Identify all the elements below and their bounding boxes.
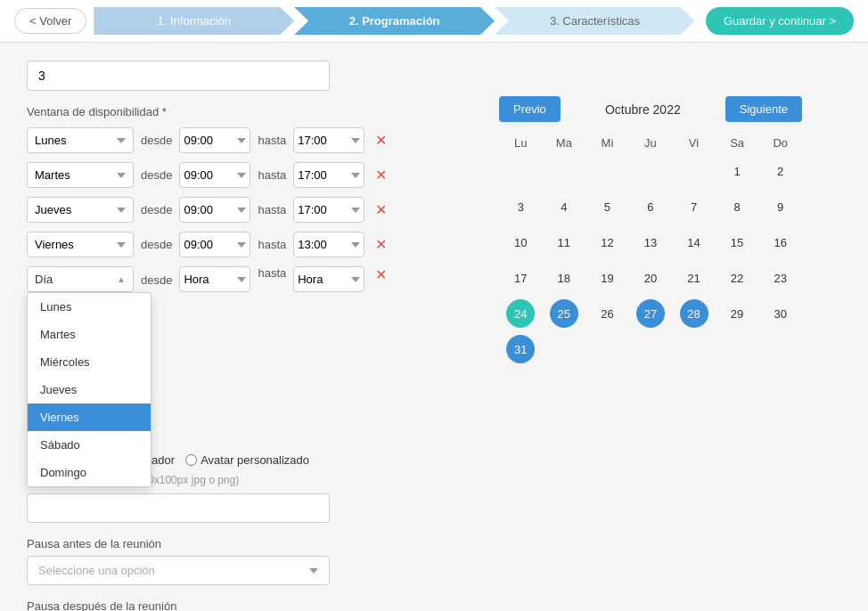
calendar-day[interactable]: 16: [758, 224, 802, 260]
remove-row-2[interactable]: ✕: [372, 167, 390, 184]
day-select-5-display[interactable]: Día ▲: [27, 266, 134, 292]
calendar-day: [629, 153, 673, 189]
calendar-day: [758, 331, 802, 367]
from-time-2[interactable]: 09:00: [179, 162, 250, 188]
calendar-day: [543, 153, 586, 189]
radio-custom[interactable]: Avatar personalizado: [185, 453, 309, 467]
hasta-5: hasta: [258, 266, 286, 280]
to-time-5[interactable]: Hora: [293, 266, 364, 292]
calendar-day[interactable]: 14: [672, 224, 716, 260]
calendar-day[interactable]: 3: [499, 189, 543, 224]
remove-row-3[interactable]: ✕: [372, 201, 390, 219]
dropdown-item-domingo[interactable]: Domingo: [28, 459, 151, 486]
dropdown-item-sabado[interactable]: Sábado: [28, 431, 151, 459]
day-row-5: Día ▲ Lunes Martes Miércoles Jueves Vier…: [27, 266, 463, 292]
step-2[interactable]: 2. Programación: [294, 7, 495, 35]
to-time-1[interactable]: 17:0018:00: [293, 127, 364, 153]
save-button[interactable]: Guardar y continuar >: [706, 7, 854, 35]
calendar-day[interactable]: 24: [499, 296, 543, 331]
day-row-3: LunesMartesMiércoles JuevesViernesSábado…: [27, 197, 463, 223]
next-button[interactable]: Siguiente: [725, 96, 802, 122]
avatar-upload-input[interactable]: [27, 493, 330, 523]
day-header-sa: Sa: [716, 133, 759, 153]
prev-button[interactable]: Previo: [499, 96, 561, 122]
back-button[interactable]: < Volver: [14, 8, 86, 34]
step-3[interactable]: 3. Características: [495, 7, 695, 35]
calendar-day[interactable]: 21: [672, 260, 716, 296]
calendar-day[interactable]: 22: [716, 260, 759, 296]
number-input[interactable]: [27, 61, 330, 91]
pause-after-label: Pausa después de la reunión: [27, 599, 463, 611]
to-time-3[interactable]: 17:00: [293, 197, 364, 223]
calendar-day[interactable]: 13: [629, 224, 673, 260]
remove-row-4[interactable]: ✕: [372, 236, 390, 254]
day-header-lu: Lu: [499, 133, 543, 153]
calendar-day: [629, 331, 673, 367]
dropdown-item-viernes[interactable]: Viernes: [28, 403, 151, 431]
day-header-ju: Ju: [629, 133, 673, 153]
from-time-4[interactable]: 09:00: [179, 232, 250, 257]
day-select-3[interactable]: LunesMartesMiércoles JuevesViernesSábado…: [27, 197, 134, 223]
calendar-day[interactable]: 6: [629, 189, 673, 224]
day-select-2[interactable]: LunesMartesMiércoles JuevesViernesSábado…: [27, 162, 134, 188]
calendar-day[interactable]: 11: [543, 224, 586, 260]
remove-row-1[interactable]: ✕: [372, 132, 390, 150]
calendar-day: [585, 153, 629, 189]
calendar-day[interactable]: 31: [499, 331, 543, 367]
pause-before-label: Pausa antes de la reunión: [27, 537, 463, 550]
top-navigation: < Volver 1. Información 2. Programación …: [0, 0, 868, 43]
calendar-day[interactable]: 29: [716, 296, 759, 331]
calendar-day[interactable]: 20: [629, 260, 673, 296]
calendar-day[interactable]: 28: [672, 296, 716, 331]
calendar-day: [672, 331, 716, 367]
day-select-4[interactable]: LunesMartesMiércoles JuevesViernesSábado…: [27, 232, 134, 257]
desde-3: desde: [141, 203, 172, 216]
left-panel: Ventana de disponibilidad * LunesMartesM…: [27, 61, 463, 611]
calendar-day[interactable]: 7: [672, 189, 716, 224]
day-select-1[interactable]: LunesMartesMiércoles JuevesViernesSábado…: [27, 127, 134, 153]
from-time-5[interactable]: Hora: [179, 266, 250, 292]
pause-after-section: Pausa después de la reunión Seleccione u…: [27, 599, 463, 611]
calendar-day[interactable]: 9: [758, 189, 802, 224]
hasta-4: hasta: [258, 238, 286, 251]
dropdown-arrow: ▲: [117, 274, 126, 284]
day-header-mi: Mi: [585, 133, 629, 153]
calendar-day[interactable]: 25: [543, 296, 586, 331]
from-time-3[interactable]: 09:00: [179, 197, 250, 223]
calendar-day[interactable]: 26: [585, 296, 629, 331]
calendar-day[interactable]: 4: [543, 189, 586, 224]
calendar-day[interactable]: 19: [585, 260, 629, 296]
calendar-day[interactable]: 15: [716, 224, 759, 260]
calendar-day[interactable]: 30: [758, 296, 802, 331]
desde-4: desde: [141, 238, 172, 251]
calendar-day[interactable]: 18: [543, 260, 586, 296]
from-time-1[interactable]: 09:0010:0011:00: [179, 127, 250, 153]
calendar-day: [672, 153, 716, 189]
calendar-day[interactable]: 12: [585, 224, 629, 260]
calendar-day[interactable]: 27: [629, 296, 673, 331]
calendar-day[interactable]: 2: [758, 153, 802, 189]
calendar-day[interactable]: 17: [499, 260, 543, 296]
to-time-4[interactable]: 13:00: [293, 232, 364, 257]
calendar-day[interactable]: 23: [758, 260, 802, 296]
calendar-day[interactable]: 1: [716, 153, 759, 189]
day-row-1: LunesMartesMiércoles JuevesViernesSábado…: [27, 127, 463, 153]
hasta-1: hasta: [258, 134, 286, 147]
to-time-2[interactable]: 17:00: [293, 162, 364, 188]
pause-before-section: Pausa antes de la reunión Seleccione una…: [27, 537, 463, 599]
dropdown-item-jueves[interactable]: Jueves: [28, 376, 151, 403]
calendar-day[interactable]: 10: [499, 224, 543, 260]
pause-before-select[interactable]: Seleccione una opción: [27, 556, 330, 585]
remove-row-5[interactable]: ✕: [372, 266, 390, 284]
calendar-day[interactable]: 5: [585, 189, 629, 224]
dropdown-item-lunes[interactable]: Lunes: [28, 293, 151, 321]
dropdown-item-miercoles[interactable]: Miércoles: [28, 348, 151, 376]
main-content: Ventana de disponibilidad * LunesMartesM…: [0, 43, 868, 611]
calendar-day[interactable]: 8: [716, 189, 759, 224]
calendar-grid: Lu Ma Mi Ju Vi Sa Do 1234567891011121314…: [499, 133, 802, 367]
dropdown-item-martes[interactable]: Martes: [28, 321, 151, 348]
day-dropdown-menu: Lunes Martes Miércoles Jueves Viernes Sá…: [27, 292, 151, 487]
step-1[interactable]: 1. Información: [94, 7, 294, 35]
calendar-day: [585, 331, 629, 367]
day-dropdown-container: Día ▲ Lunes Martes Miércoles Jueves Vier…: [27, 266, 134, 292]
